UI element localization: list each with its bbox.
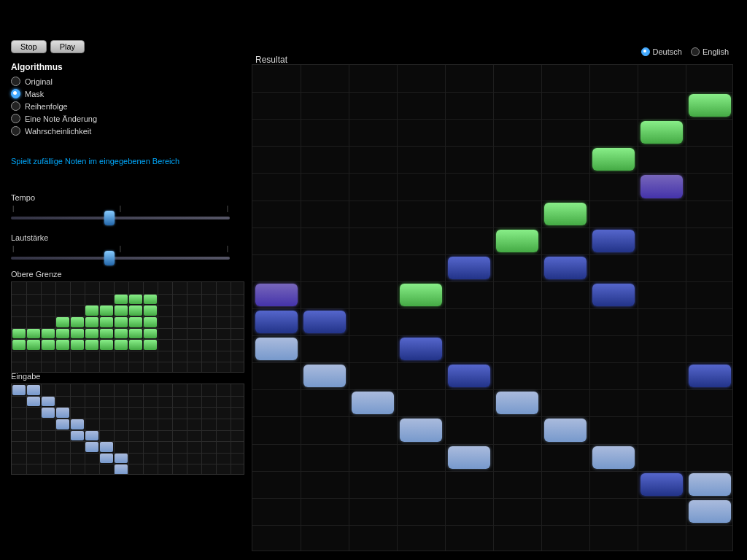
tempo-track	[11, 217, 230, 219]
radio-circle-wahrscheinlichkeit	[11, 126, 20, 136]
grid-h-line	[252, 498, 732, 499]
radio-original[interactable]: Original	[11, 77, 97, 86]
lautstarke-thumb[interactable]	[104, 251, 115, 265]
radio-wahrscheinlichkeit[interactable]: Wahrscheinlichkeit	[11, 126, 97, 136]
note-cell	[592, 230, 635, 252]
radio-circle-reihenfolge	[11, 101, 20, 111]
note-cell	[544, 419, 587, 441]
radio-eine-note[interactable]: Eine Note Änderung	[11, 114, 97, 123]
note-cell	[640, 473, 683, 496]
grid-h-line	[252, 119, 732, 120]
grid-h-line	[252, 146, 732, 147]
main-grid	[252, 64, 733, 551]
grid-h-line	[252, 308, 732, 309]
language-selector: Deutsch English	[641, 47, 729, 56]
note-cell	[689, 365, 731, 387]
radio-label-original: Original	[25, 77, 53, 86]
note-cell	[255, 284, 298, 306]
tempo-slider[interactable]: | | |	[11, 205, 230, 218]
resultat-label: Resultat	[255, 55, 287, 65]
note-cell	[689, 473, 731, 496]
note-cell	[255, 311, 298, 333]
stop-button[interactable]: Stop	[11, 40, 47, 53]
tempo-thumb[interactable]	[104, 211, 115, 225]
radio-circle-original	[11, 77, 20, 86]
grid-v-line	[638, 65, 638, 551]
radio-reihenfolge[interactable]: Reihenfolge	[11, 101, 97, 111]
radio-circle-mask	[11, 89, 20, 98]
grid-h-line	[252, 228, 732, 228]
grid-v-line	[397, 65, 398, 551]
note-cell	[400, 284, 442, 306]
play-button[interactable]: Play	[50, 40, 85, 53]
note-cell	[303, 365, 346, 387]
note-cell	[352, 392, 394, 414]
note-cell	[400, 338, 442, 360]
eingabe-label: Eingabe	[11, 372, 244, 381]
grid-h-line	[252, 254, 732, 255]
note-cell	[592, 284, 635, 306]
radio-circle-eine-note	[11, 114, 20, 123]
lautstarke-label: Lautstärke	[11, 233, 241, 242]
radio-label-wahrscheinlichkeit: Wahrscheinlichkeit	[25, 127, 91, 136]
note-cell	[640, 175, 683, 198]
grid-v-line	[493, 65, 494, 551]
note-cell	[640, 121, 683, 144]
note-cell	[592, 148, 635, 171]
grid-h-line	[252, 416, 732, 417]
grid-h-line	[252, 525, 732, 526]
grid-v-line	[686, 65, 686, 551]
note-cell	[448, 365, 490, 387]
lang-label-english: English	[703, 47, 729, 56]
grid-v-line	[445, 65, 446, 551]
note-cell	[592, 446, 635, 469]
grid-v-line	[349, 65, 349, 551]
grid-v-line	[541, 65, 542, 551]
obere-grenze-label: Obere Grenze	[11, 270, 244, 279]
note-cell	[689, 500, 731, 523]
radio-mask[interactable]: Mask	[11, 89, 97, 98]
note-cell	[689, 94, 731, 117]
grid-v-line	[589, 65, 590, 551]
note-cell	[303, 311, 346, 333]
note-cell	[544, 257, 587, 279]
radio-label-mask: Mask	[25, 90, 44, 98]
note-cell	[448, 257, 490, 279]
algo-title: Algorithmus	[11, 62, 97, 72]
lang-radio-deutsch	[641, 47, 650, 56]
grid-h-line	[252, 362, 732, 363]
info-text: Spielt zufällige Noten im eingegebenen B…	[11, 157, 179, 166]
note-cell	[496, 230, 538, 252]
eingabe-grid[interactable]	[11, 384, 244, 475]
note-cell	[544, 203, 587, 225]
lang-label-deutsch: Deutsch	[653, 47, 682, 56]
lautstarke-slider[interactable]: | | |	[11, 245, 230, 258]
obere-grenze-grid[interactable]	[11, 281, 244, 373]
grid-h-line	[252, 92, 732, 93]
radio-label-eine-note: Eine Note Änderung	[25, 114, 97, 123]
tempo-label: Tempo	[11, 193, 241, 202]
grid-h-line	[252, 281, 732, 282]
grid-h-line	[252, 444, 732, 445]
lang-english[interactable]: English	[691, 47, 729, 56]
note-cell	[255, 338, 298, 360]
grid-h-line	[252, 335, 732, 336]
grid-h-line	[252, 389, 732, 390]
radio-label-reihenfolge: Reihenfolge	[25, 102, 68, 111]
grid-h-line	[252, 173, 732, 174]
grid-h-line	[252, 201, 732, 201]
note-cell	[448, 446, 490, 469]
grid-container	[252, 65, 732, 551]
lang-deutsch[interactable]: Deutsch	[641, 47, 682, 56]
grid-v-line	[301, 65, 301, 551]
note-cell	[496, 392, 538, 414]
lautstarke-track	[11, 257, 230, 260]
note-cell	[400, 419, 442, 441]
grid-h-line	[252, 471, 732, 472]
lang-radio-english	[691, 47, 700, 56]
